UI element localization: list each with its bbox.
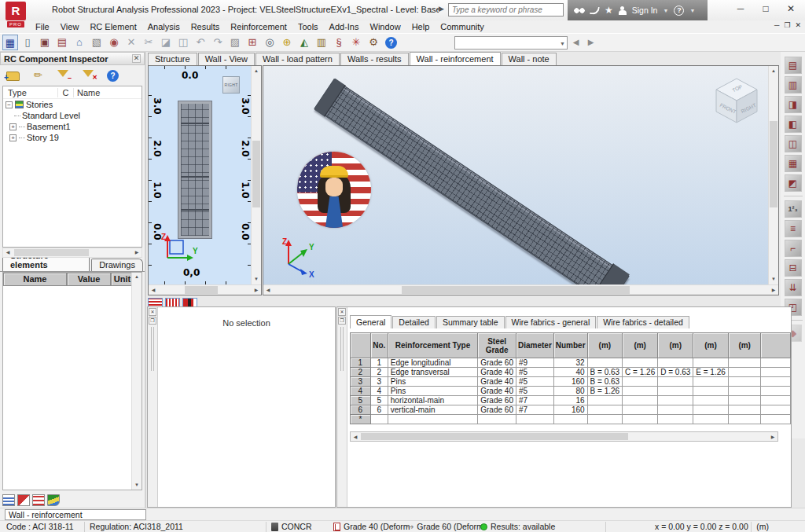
menu-results[interactable]: Results — [186, 22, 226, 31]
table-cell[interactable]: Grade 60 — [478, 358, 516, 368]
table-cell[interactable]: C = 1.26 — [623, 368, 658, 377]
tree-item-basement1[interactable]: + Basement1 — [3, 121, 142, 132]
scroll-down-icon[interactable]: ▼ — [769, 274, 778, 284]
panel-close-icon[interactable]: ✕ — [149, 308, 156, 316]
print-composition-icon[interactable]: ▨ — [227, 35, 243, 50]
previous-view-button[interactable]: ◀ — [569, 35, 583, 50]
table-cell[interactable]: E = 1.26 — [693, 368, 729, 377]
paste-icon[interactable]: ◫ — [175, 35, 191, 50]
table-cell[interactable]: #5 — [516, 377, 553, 387]
object-snap-icon[interactable]: § — [331, 35, 347, 50]
table-cell[interactable] — [693, 377, 729, 387]
table-cell[interactable] — [478, 415, 516, 424]
table-cell[interactable]: 16 — [553, 396, 587, 405]
table-cell[interactable]: 1 — [370, 358, 388, 368]
undo-icon[interactable]: ↶ — [193, 35, 208, 50]
material-layers-icon[interactable] — [47, 494, 60, 506]
redo-icon[interactable]: ↷ — [210, 35, 226, 50]
table-cell[interactable] — [658, 377, 693, 387]
scroll-up-icon[interactable]: ▲ — [252, 66, 261, 76]
table-tab-wire-fabrics-general[interactable]: Wire fabrics - general — [505, 316, 597, 328]
table-cell[interactable] — [728, 396, 761, 405]
table-cell[interactable]: B = 0.63 — [587, 377, 623, 387]
scroll-up-icon[interactable]: ▲ — [132, 273, 142, 281]
table-tab-detailed[interactable]: Detailed — [392, 316, 436, 328]
table-cell[interactable]: Edge longitudinal — [388, 358, 478, 368]
favorites-icon[interactable]: ★ — [605, 5, 613, 16]
table-cell[interactable]: D = 0.63 — [658, 368, 693, 377]
save-icon[interactable]: ▣ — [37, 35, 53, 50]
scroll-down-icon[interactable]: ▼ — [252, 274, 261, 284]
tree-horizontal-scrollbar[interactable]: ◀ ▶ — [2, 248, 142, 258]
drawings-icon[interactable] — [17, 494, 30, 506]
new-project-icon[interactable]: ▯ — [20, 35, 35, 50]
table-cell[interactable] — [761, 405, 791, 415]
tab-wall-load-pattern[interactable]: Wall - load pattern — [255, 53, 340, 65]
table-cell[interactable]: 160 — [553, 405, 587, 415]
help-caret-icon[interactable]: ▼ — [689, 8, 695, 13]
beam-reinforcement-icon[interactable]: ▤ — [785, 57, 802, 74]
calculator-icon[interactable]: ⊞ — [244, 35, 260, 50]
table-cell[interactable]: vertical-main — [388, 405, 478, 415]
scroll-right-icon[interactable]: ▶ — [769, 285, 778, 295]
table-cell[interactable] — [623, 387, 658, 396]
menu-help[interactable]: Help — [406, 22, 436, 31]
row-header[interactable]: 3 — [351, 377, 371, 387]
table-cell[interactable]: B = 0.63 — [587, 368, 623, 377]
table-cell[interactable] — [587, 396, 623, 405]
table-cell[interactable] — [728, 405, 761, 415]
table-cell[interactable]: 160 — [553, 377, 587, 387]
next-view-button[interactable]: ▶ — [584, 35, 597, 50]
communication-icon[interactable] — [590, 5, 600, 15]
elevation-horizontal-scrollbar[interactable]: ◀ ▶ — [149, 284, 261, 295]
table-cell[interactable] — [370, 415, 388, 424]
view-cube[interactable]: TOP FRONT RIGHT — [712, 76, 761, 127]
table-cell[interactable] — [693, 358, 729, 368]
tab-walls-results[interactable]: Walls - results — [340, 53, 409, 65]
reinforcement-table-icon[interactable] — [32, 494, 45, 506]
project-manager-icon[interactable]: ▦ — [2, 35, 18, 50]
status-concrete[interactable]: CONCR — [271, 522, 312, 532]
table-cell[interactable] — [761, 415, 791, 424]
panel-grip[interactable] — [340, 327, 344, 371]
table-cell[interactable] — [658, 405, 693, 415]
scroll-left-icon[interactable]: ◀ — [149, 285, 158, 295]
hook-definition-icon[interactable]: ⌐ — [785, 240, 802, 257]
table-cell[interactable] — [728, 377, 761, 387]
table-cell[interactable]: Grade 40 — [478, 387, 516, 396]
tab-wall-reinforcement[interactable]: Wall - reinforcement — [410, 52, 501, 65]
mdi-close-icon[interactable]: ✕ — [795, 21, 801, 29]
inspector-close-icon[interactable]: ✕ — [132, 54, 141, 63]
table-cell[interactable] — [658, 396, 693, 405]
scroll-thumb[interactable] — [402, 286, 630, 294]
row-header[interactable]: 2 — [351, 368, 371, 377]
collapse-icon[interactable]: − — [6, 101, 13, 108]
cut-icon[interactable]: ✂ — [141, 35, 156, 50]
menu-add-ins[interactable]: Add-Ins — [324, 22, 365, 31]
scroll-right-icon[interactable]: ▶ — [768, 432, 777, 442]
mdi-minimize-icon[interactable]: ─ — [774, 21, 779, 29]
view-direction-icon[interactable]: ◭ — [296, 35, 312, 50]
scroll-thumb[interactable] — [361, 433, 628, 440]
status-results[interactable]: Results: available — [480, 522, 555, 532]
row-header[interactable]: 6 — [351, 405, 371, 415]
table-cell[interactable] — [623, 415, 658, 424]
table-cell[interactable] — [761, 396, 791, 405]
table-cell[interactable]: 2 — [370, 368, 388, 377]
table-cell[interactable] — [658, 415, 693, 424]
table-cell[interactable]: 80 — [553, 387, 587, 396]
sign-in-caret-icon[interactable]: ▼ — [663, 8, 668, 13]
tab-structure[interactable]: Structure — [148, 53, 197, 65]
scroll-thumb[interactable] — [770, 121, 777, 207]
title-overflow-icon[interactable]: ▶ — [439, 5, 444, 13]
search-icon[interactable] — [574, 7, 585, 14]
open-project-icon[interactable]: ⌂ — [72, 35, 87, 50]
menu-community[interactable]: Community — [435, 22, 490, 31]
wall-elevation-canvas[interactable]: 0.0 3.0 2.0 1.0 0.0 3.0 2.0 1.0 0.0 RIGH… — [149, 66, 251, 284]
table-cell[interactable]: Grade 60 — [478, 405, 516, 415]
row-header[interactable]: 4 — [351, 387, 371, 396]
selection-combobox[interactable]: ▼ — [454, 36, 568, 50]
scroll-left-icon[interactable]: ◀ — [351, 432, 360, 442]
calculation-note-icon[interactable] — [2, 494, 15, 506]
column-reinforcement-icon[interactable]: ▥ — [785, 76, 802, 94]
